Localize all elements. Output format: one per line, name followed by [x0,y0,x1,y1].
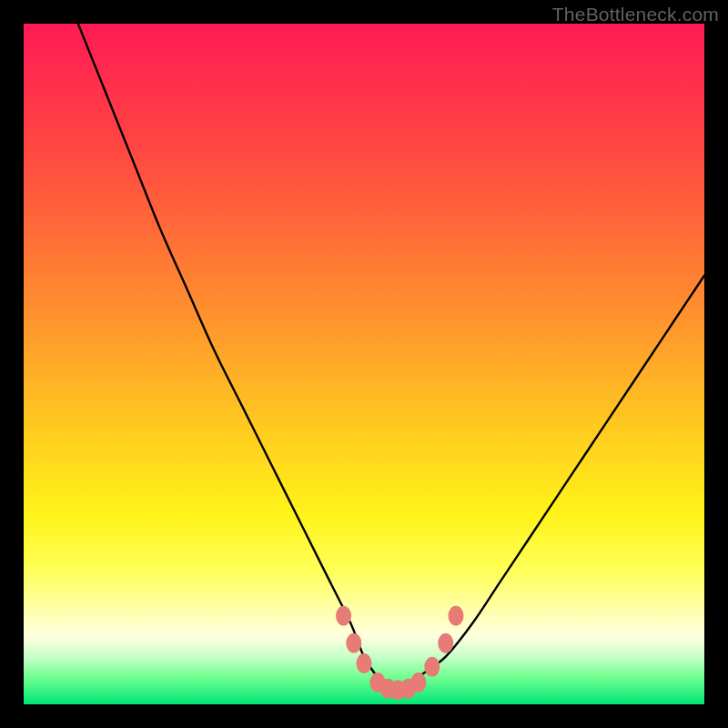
chart-frame: TheBottleneck.com [0,0,728,728]
highlighted-points-group [336,606,463,701]
highlight-marker [438,633,453,653]
highlight-marker [336,606,351,626]
highlight-marker [410,672,426,693]
bottleneck-curve-path [78,24,704,693]
highlight-marker [448,606,463,626]
plot-area [24,24,704,704]
highlight-marker [424,657,440,677]
bottleneck-curve-svg [24,24,704,704]
highlight-marker [357,653,372,673]
highlight-marker [346,633,361,653]
watermark-text: TheBottleneck.com [552,4,719,25]
